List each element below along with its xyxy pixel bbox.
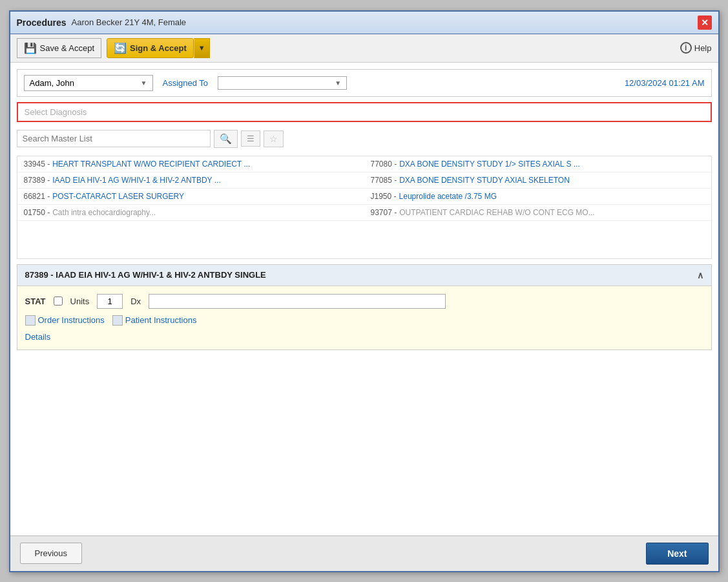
proc-name[interactable]: OUTPATIENT CARDIAC REHAB W/O CONT ECG MO… bbox=[399, 208, 594, 217]
procedure-grid: 33945 - HEART TRANSPLANT W/WO RECIPIENT … bbox=[17, 156, 711, 221]
selected-proc-code: 87389 bbox=[25, 270, 48, 280]
diagnosis-field[interactable]: Select Diagnosis bbox=[17, 102, 712, 122]
search-row: 🔍 ☰ ☆ bbox=[17, 127, 712, 151]
details-row: Details bbox=[25, 332, 703, 342]
procedures-list: 33945 - HEART TRANSPLANT W/WO RECIPIENT … bbox=[17, 156, 712, 259]
toolbar: 💾 Save & Accept 🔄 Sign & Accept ▼ i Help bbox=[10, 34, 718, 63]
list-item[interactable]: 33945 - HEART TRANSPLANT W/WO RECIPIENT … bbox=[17, 156, 364, 172]
proc-code: 87389 - bbox=[24, 176, 50, 185]
list-item[interactable]: J1950 - Leuprolide acetate /3.75 MG bbox=[364, 189, 711, 205]
proc-name[interactable]: HEART TRANSPLANT W/WO RECIPIENT CARDIECT… bbox=[52, 160, 250, 169]
window-title: Procedures bbox=[17, 17, 67, 28]
list-item[interactable]: 01750 - Cath intra echocardiography... bbox=[17, 205, 364, 221]
search-icon: 🔍 bbox=[220, 133, 232, 144]
close-button[interactable]: ✕ bbox=[698, 16, 712, 30]
proc-code: J1950 - bbox=[371, 192, 397, 201]
proc-fields: STAT Units Dx bbox=[25, 294, 703, 309]
floppy-icon: 💾 bbox=[24, 42, 37, 54]
toolbar-left: 💾 Save & Accept 🔄 Sign & Accept ▼ bbox=[17, 38, 210, 58]
save-accept-button[interactable]: 💾 Save & Accept bbox=[17, 38, 102, 58]
proc-code: 33945 - bbox=[24, 160, 50, 169]
diagnosis-placeholder: Select Diagnosis bbox=[25, 107, 87, 117]
provider-dropdown[interactable]: Adam, John ▼ bbox=[24, 75, 153, 91]
list-item[interactable]: 87389 - IAAD EIA HIV-1 AG W/HIV-1 & HIV-… bbox=[17, 172, 364, 189]
dx-label: Dx bbox=[130, 296, 141, 306]
favorites-button[interactable]: ☆ bbox=[264, 130, 284, 147]
proc-name[interactable]: Leuprolide acetate /3.75 MG bbox=[399, 192, 497, 201]
proc-links: Order Instructions Patient Instructions bbox=[25, 315, 703, 326]
proc-name[interactable]: IAAD EIA HIV-1 AG W/HIV-1 & HIV-2 ANTBDY… bbox=[52, 176, 221, 185]
header-row: Adam, John ▼ Assigned To ▼ 12/03/2024 01… bbox=[17, 69, 712, 97]
sign-accept-group: 🔄 Sign & Accept ▼ bbox=[107, 38, 210, 58]
sign-icon: 🔄 bbox=[114, 42, 127, 54]
search-input[interactable] bbox=[17, 130, 211, 147]
footer: Previous Next bbox=[10, 535, 718, 571]
sign-accept-label: Sign & Accept bbox=[130, 43, 187, 53]
proc-code: 77080 - bbox=[371, 160, 397, 169]
assigned-to-dropdown[interactable]: ▼ bbox=[218, 76, 347, 90]
list-item[interactable]: 66821 - POST-CATARACT LASER SURGERY bbox=[17, 189, 364, 205]
proc-code: 66821 - bbox=[24, 192, 50, 201]
save-accept-label: Save & Accept bbox=[40, 43, 95, 53]
proc-name[interactable]: Cath intra echocardiography... bbox=[52, 208, 156, 217]
provider-dropdown-arrow: ▼ bbox=[141, 79, 147, 87]
dropdown-arrow-icon: ▼ bbox=[198, 44, 205, 52]
stat-label: STAT bbox=[25, 296, 46, 306]
list-item[interactable]: 77080 - DXA BONE DENSITY STUDY 1/> SITES… bbox=[364, 156, 711, 172]
selected-proc-body: STAT Units Dx Order Instructions Patient… bbox=[17, 286, 711, 349]
patient-instructions-icon bbox=[112, 315, 123, 326]
title-bar-left: Procedures Aaron Becker 21Y 4M, Female bbox=[17, 17, 187, 28]
sign-accept-button[interactable]: 🔄 Sign & Accept bbox=[107, 38, 194, 58]
selected-proc-header: 87389 - IAAD EIA HIV-1 AG W/HIV-1 & HIV-… bbox=[17, 265, 711, 286]
help-label: Help bbox=[694, 43, 712, 53]
proc-code: 93707 - bbox=[371, 208, 397, 217]
proc-name[interactable]: DXA BONE DENSITY STUDY 1/> SITES AXIAL S… bbox=[399, 160, 580, 169]
main-window: Procedures Aaron Becker 21Y 4M, Female ✕… bbox=[9, 10, 720, 572]
next-button[interactable]: Next bbox=[646, 543, 708, 565]
proc-code: 01750 - bbox=[24, 208, 50, 217]
selected-proc-name: IAAD EIA HIV-1 AG W/HIV-1 & HIV-2 ANTBDY… bbox=[56, 270, 266, 280]
info-icon: i bbox=[680, 42, 692, 54]
main-content: Adam, John ▼ Assigned To ▼ 12/03/2024 01… bbox=[10, 63, 718, 535]
order-instructions-icon bbox=[25, 315, 36, 326]
assigned-to-dropdown-arrow: ▼ bbox=[335, 79, 341, 87]
details-link[interactable]: Details bbox=[25, 332, 51, 342]
stat-checkbox[interactable] bbox=[54, 296, 63, 306]
provider-value: Adam, John bbox=[30, 78, 74, 88]
order-instructions-label: Order Instructions bbox=[38, 315, 105, 325]
list-icon: ☰ bbox=[247, 134, 255, 143]
list-view-button[interactable]: ☰ bbox=[241, 130, 260, 147]
patient-instructions-link[interactable]: Patient Instructions bbox=[112, 315, 197, 326]
collapse-icon[interactable]: ∧ bbox=[697, 270, 703, 280]
order-instructions-link[interactable]: Order Instructions bbox=[25, 315, 105, 326]
proc-code: 77085 - bbox=[371, 176, 397, 185]
star-icon: ☆ bbox=[269, 134, 278, 144]
proc-name[interactable]: DXA BONE DENSITY STUDY AXIAL SKELETON bbox=[399, 176, 570, 185]
units-input[interactable] bbox=[97, 294, 123, 309]
selected-proc-title: 87389 - IAAD EIA HIV-1 AG W/HIV-1 & HIV-… bbox=[25, 270, 266, 280]
title-bar: Procedures Aaron Becker 21Y 4M, Female ✕ bbox=[10, 12, 718, 34]
patient-info: Aaron Becker 21Y 4M, Female bbox=[72, 17, 187, 27]
timestamp: 12/03/2024 01:21 AM bbox=[625, 78, 705, 88]
search-button[interactable]: 🔍 bbox=[214, 130, 238, 148]
list-item[interactable]: 93707 - OUTPATIENT CARDIAC REHAB W/O CON… bbox=[364, 205, 711, 221]
selected-procedure-panel: 87389 - IAAD EIA HIV-1 AG W/HIV-1 & HIV-… bbox=[17, 264, 712, 350]
dx-input[interactable] bbox=[149, 294, 446, 309]
proc-name[interactable]: POST-CATARACT LASER SURGERY bbox=[52, 192, 184, 201]
sign-accept-dropdown-button[interactable]: ▼ bbox=[194, 38, 210, 58]
assigned-to-label: Assigned To bbox=[163, 78, 209, 88]
list-item[interactable]: 77085 - DXA BONE DENSITY STUDY AXIAL SKE… bbox=[364, 172, 711, 189]
units-label: Units bbox=[70, 296, 90, 306]
help-button[interactable]: i Help bbox=[680, 42, 712, 54]
previous-button[interactable]: Previous bbox=[20, 543, 83, 564]
patient-instructions-label: Patient Instructions bbox=[125, 315, 197, 325]
